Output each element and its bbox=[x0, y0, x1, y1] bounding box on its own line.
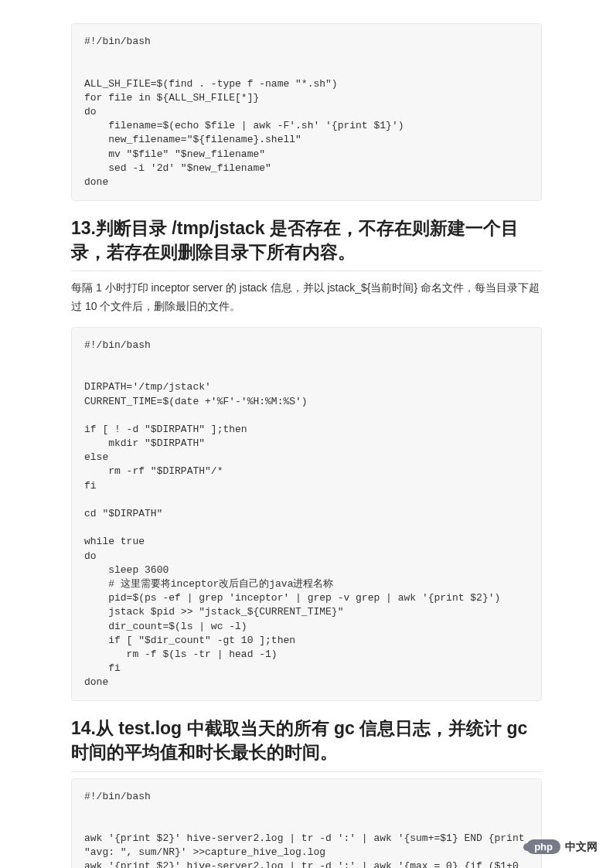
footer-text: 中文网 bbox=[565, 840, 598, 854]
heading-13: 13.判断目录 /tmp/jstack 是否存在，不存在则新建一个目录，若存在则… bbox=[71, 216, 542, 271]
php-pill: php bbox=[526, 839, 560, 854]
heading-14: 14.从 test.log 中截取当天的所有 gc 信息日志，并统计 gc 时间… bbox=[71, 717, 542, 771]
paragraph-13: 每隔 1 小时打印 inceptor server 的 jstack 信息，并以… bbox=[71, 279, 542, 316]
code-block-2: #!/bin/bash DIRPATH='/tmp/jstack' CURREN… bbox=[71, 327, 542, 702]
document-page: #!/bin/bash ALL_SH_FILE=$(find . -type f… bbox=[0, 0, 613, 868]
code-block-1: #!/bin/bash ALL_SH_FILE=$(find . -type f… bbox=[71, 23, 542, 201]
code-block-3: #!/bin/bash awk '{print $2}' hive-server… bbox=[71, 778, 542, 868]
footer-badge: php 中文网 bbox=[526, 839, 598, 854]
